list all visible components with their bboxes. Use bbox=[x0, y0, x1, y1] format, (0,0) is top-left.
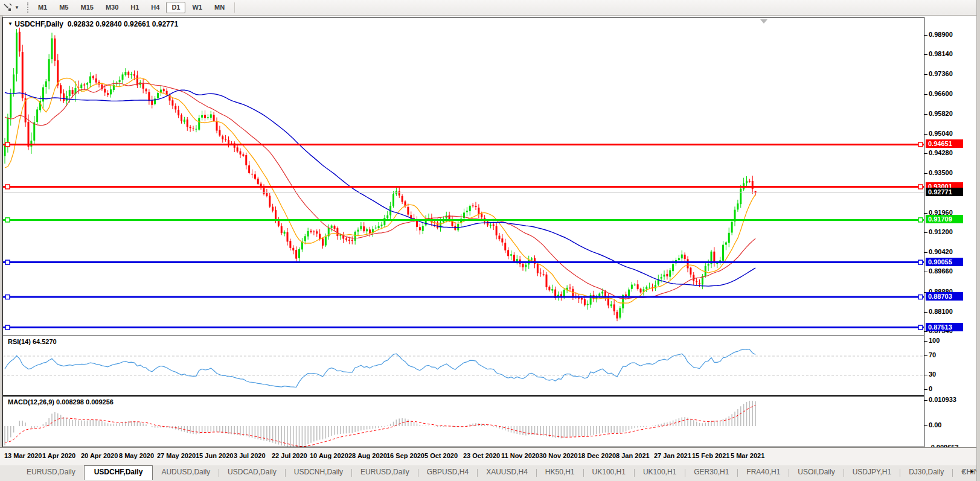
price-tick-mark bbox=[924, 114, 927, 115]
chart-tab-USDCNH-Daily[interactable]: USDCNH,Daily bbox=[286, 465, 351, 479]
timeframe-button-D1[interactable]: D1 bbox=[166, 2, 185, 13]
level-price-label: 0.90055 bbox=[926, 258, 963, 266]
candle bbox=[89, 72, 91, 88]
candle bbox=[587, 301, 589, 310]
dropdown-caret-icon[interactable]: ▼ bbox=[13, 5, 22, 10]
candle bbox=[257, 177, 259, 185]
candle bbox=[372, 226, 374, 237]
candle bbox=[422, 222, 424, 235]
macd-indicator-pane[interactable]: MACD(12,26,9) 0.008298 0.009256 bbox=[2, 396, 924, 447]
candle bbox=[548, 285, 550, 291]
candle bbox=[666, 270, 668, 280]
chart-tab-USOil-Daily[interactable]: USOil,Daily bbox=[789, 465, 843, 479]
chart-tab-GBPUSD-H4[interactable]: GBPUSD,H4 bbox=[418, 465, 477, 479]
macd-tick-mark bbox=[924, 400, 927, 401]
rsi-tick-mark bbox=[924, 341, 927, 342]
candle bbox=[184, 117, 185, 124]
chart-line-studies-icon[interactable] bbox=[2, 2, 13, 13]
date-axis-label: 8 Jan 2021 bbox=[616, 452, 650, 459]
chart-tab-HK50-H1[interactable]: HK50,H1 bbox=[537, 465, 583, 479]
price-axis-tick: 0.94280 bbox=[929, 149, 953, 156]
date-axis-label: 3 Jul 2020 bbox=[234, 452, 266, 459]
rsi-indicator-pane[interactable]: RSI(14) 64.5270 bbox=[2, 336, 924, 396]
date-axis-label: 20 Apr 2020 bbox=[81, 452, 118, 459]
main-chart-pane[interactable]: ▼ USDCHF,Daily 0.92832 0.92840 0.92661 0… bbox=[2, 17, 924, 336]
chart-tab-UK100-H1[interactable]: UK100,H1 bbox=[584, 465, 634, 479]
candle bbox=[42, 84, 44, 109]
price-axis-tick: 0.89660 bbox=[929, 267, 953, 275]
rsi-tick-mark bbox=[924, 375, 927, 375]
candle bbox=[578, 294, 580, 303]
candle bbox=[496, 223, 498, 240]
chart-tab-DJ30-Daily[interactable]: DJ30,Daily bbox=[900, 465, 952, 479]
timeframe-button-M30[interactable]: M30 bbox=[100, 2, 124, 13]
date-axis-label: 23 Oct 2020 bbox=[463, 452, 500, 459]
candle bbox=[151, 96, 153, 109]
level-line-handle[interactable] bbox=[5, 218, 10, 222]
rsi-chart[interactable] bbox=[3, 336, 924, 395]
chart-shift-marker-icon[interactable] bbox=[760, 19, 767, 24]
chart-tab-EURUSD-Daily[interactable]: EURUSD,Daily bbox=[352, 465, 418, 479]
timeframe-button-W1[interactable]: W1 bbox=[187, 2, 208, 13]
chart-tab-AUDUSD-Daily[interactable]: AUDUSD,Daily bbox=[153, 465, 219, 479]
candle bbox=[419, 224, 421, 235]
window-right-strip[interactable] bbox=[976, 0, 980, 481]
tab-scroll-right-icon[interactable]: ▸ bbox=[970, 468, 974, 474]
level-line-handle[interactable] bbox=[918, 325, 923, 330]
chart-tab-USDJPY-H1[interactable]: USDJPY,H1 bbox=[844, 465, 900, 479]
chart-tab-EURUSD-Daily[interactable]: EURUSD,Daily bbox=[18, 465, 84, 479]
chart-tab-USDCHF-Daily[interactable]: USDCHF,Daily bbox=[84, 465, 153, 480]
candle bbox=[357, 228, 359, 236]
price-tick-mark bbox=[924, 272, 927, 272]
level-line-handle[interactable] bbox=[5, 142, 10, 147]
timeframe-button-MN[interactable]: MN bbox=[209, 2, 230, 13]
timeframe-button-M5[interactable]: M5 bbox=[54, 2, 74, 13]
toolbar-grip-handle[interactable] bbox=[27, 2, 28, 13]
chart-tab-XAUUSD-H4[interactable]: XAUUSD,H4 bbox=[478, 465, 536, 479]
candle bbox=[51, 33, 53, 63]
timeframe-button-H1[interactable]: H1 bbox=[125, 2, 144, 13]
price-tick-mark bbox=[924, 331, 927, 332]
macd-tick-mark bbox=[924, 425, 927, 426]
timeframe-button-H4[interactable]: H4 bbox=[146, 2, 165, 13]
chart-tab-bar: EURUSD,DailyUSDCHF,DailyAUDUSD,DailyUSDC… bbox=[0, 465, 976, 481]
candle bbox=[119, 77, 121, 86]
level-line-handle[interactable] bbox=[5, 185, 10, 189]
level-line-handle[interactable] bbox=[918, 260, 923, 264]
timeframe-button-M15[interactable]: M15 bbox=[75, 2, 98, 13]
macd-chart[interactable] bbox=[3, 397, 924, 447]
level-line-handle[interactable] bbox=[5, 325, 10, 330]
level-line-handle[interactable] bbox=[5, 260, 10, 264]
candlestick-chart[interactable] bbox=[3, 18, 924, 336]
symbol-dropdown-caret-icon[interactable]: ▼ bbox=[8, 21, 13, 27]
date-axis-label: 13 Mar 2020 bbox=[4, 452, 42, 459]
level-line-handle[interactable] bbox=[918, 185, 923, 189]
candle bbox=[281, 223, 283, 235]
candle bbox=[248, 161, 250, 174]
chart-symbol-label: USDCHF,Daily bbox=[14, 20, 63, 28]
timeframe-button-M1[interactable]: M1 bbox=[33, 2, 53, 13]
chart-tab-GER30-H1[interactable]: GER30,H1 bbox=[685, 465, 737, 479]
date-axis-label: 28 Aug 2020 bbox=[348, 452, 387, 459]
candle bbox=[13, 68, 14, 97]
level-price-label: 0.87513 bbox=[926, 323, 963, 331]
candle bbox=[342, 232, 344, 243]
level-line-handle[interactable] bbox=[918, 218, 923, 222]
level-line-handle[interactable] bbox=[5, 295, 10, 299]
tab-scroll-left-icon[interactable]: ◂ bbox=[961, 468, 965, 474]
candle bbox=[634, 283, 636, 286]
candle bbox=[207, 114, 209, 119]
candle bbox=[301, 238, 303, 252]
chart-tab-USDCAD-Daily[interactable]: USDCAD,Daily bbox=[219, 465, 285, 479]
candle bbox=[4, 138, 6, 164]
chart-tab-FRA40-H1[interactable]: FRA40,H1 bbox=[738, 465, 789, 479]
candle bbox=[669, 268, 671, 280]
level-line-handle[interactable] bbox=[918, 142, 923, 147]
price-tick-mark bbox=[924, 213, 927, 214]
level-line-handle[interactable] bbox=[918, 295, 923, 299]
price-tick-mark bbox=[924, 74, 927, 75]
candle bbox=[543, 270, 545, 276]
candle bbox=[316, 229, 318, 237]
chart-tab-UK100-H1[interactable]: UK100,H1 bbox=[635, 465, 685, 479]
candle bbox=[454, 222, 456, 231]
